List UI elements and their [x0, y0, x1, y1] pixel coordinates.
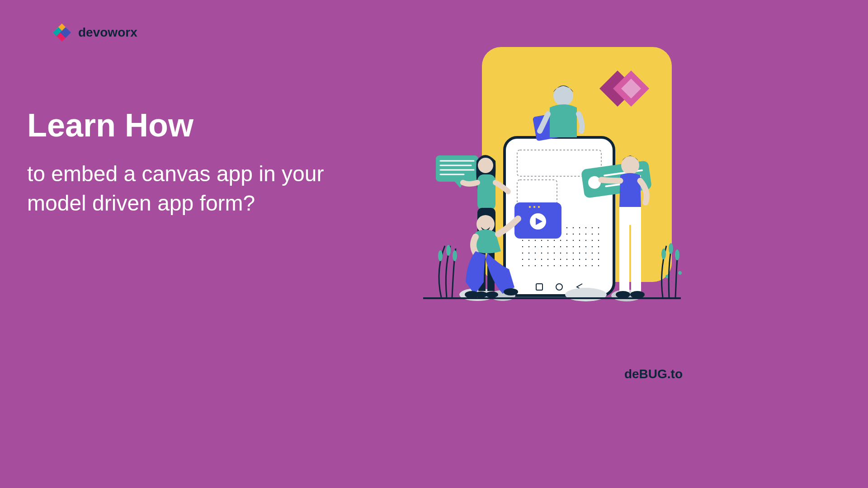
svg-point-139	[621, 156, 639, 174]
svg-point-54	[573, 246, 574, 247]
svg-point-129	[478, 158, 493, 173]
svg-point-42	[579, 240, 580, 241]
svg-point-83	[592, 259, 593, 260]
devoworx-logo-icon	[52, 23, 72, 42]
svg-point-32	[598, 234, 599, 235]
svg-point-19	[598, 227, 599, 228]
svg-point-68	[579, 253, 580, 253]
svg-point-14	[566, 227, 567, 228]
svg-point-143	[616, 291, 630, 298]
svg-point-72	[522, 259, 523, 260]
svg-point-101	[529, 206, 531, 208]
hero-illustration	[387, 47, 685, 309]
svg-point-102	[533, 206, 535, 208]
svg-point-51	[554, 246, 555, 247]
svg-point-135	[486, 291, 498, 298]
svg-point-53	[566, 246, 567, 247]
svg-point-66	[566, 253, 567, 253]
svg-point-97	[598, 265, 599, 266]
svg-point-115	[438, 250, 443, 261]
svg-point-84	[598, 259, 599, 260]
svg-point-63	[547, 253, 548, 253]
svg-rect-140	[619, 207, 641, 225]
svg-point-48	[535, 246, 536, 247]
svg-point-87	[535, 265, 536, 266]
svg-point-1	[678, 271, 682, 275]
svg-point-39	[560, 240, 561, 241]
svg-point-71	[598, 253, 599, 253]
svg-point-137	[465, 291, 479, 298]
svg-point-59	[522, 253, 523, 253]
svg-point-29	[579, 234, 580, 235]
svg-point-90	[554, 265, 555, 266]
svg-point-43	[585, 240, 586, 241]
svg-point-119	[669, 243, 673, 254]
svg-point-61	[535, 253, 536, 253]
svg-point-67	[573, 253, 574, 253]
svg-point-16	[579, 227, 580, 228]
svg-point-40	[566, 240, 567, 241]
svg-point-30	[585, 234, 586, 235]
heading-sub: to embed a canvas app in your model driv…	[27, 160, 380, 218]
svg-point-94	[579, 265, 580, 266]
svg-point-75	[541, 259, 542, 260]
svg-point-41	[573, 240, 574, 241]
svg-point-144	[630, 291, 645, 298]
svg-point-44	[592, 240, 593, 241]
svg-rect-130	[477, 174, 495, 211]
svg-point-36	[541, 240, 542, 241]
svg-point-31	[592, 234, 593, 235]
svg-point-86	[528, 265, 529, 266]
svg-point-17	[585, 227, 586, 228]
svg-point-57	[592, 246, 593, 247]
svg-point-77	[554, 259, 555, 260]
hero-heading: Learn How to embed a canvas app in your …	[27, 108, 380, 218]
svg-point-73	[528, 259, 529, 260]
svg-point-70	[592, 253, 593, 253]
svg-point-89	[547, 265, 548, 266]
svg-point-37	[547, 240, 548, 241]
svg-point-80	[573, 259, 574, 260]
svg-point-120	[675, 249, 679, 260]
svg-point-91	[560, 265, 561, 266]
svg-point-103	[538, 206, 540, 208]
heading-main: Learn How	[27, 108, 380, 143]
svg-point-82	[585, 259, 586, 260]
svg-point-117	[453, 250, 457, 261]
svg-point-33	[522, 240, 523, 241]
svg-rect-141	[619, 223, 629, 292]
svg-point-27	[566, 234, 567, 235]
svg-point-38	[554, 240, 555, 241]
svg-point-65	[560, 253, 561, 253]
svg-point-55	[579, 246, 580, 247]
svg-point-52	[560, 246, 561, 247]
svg-point-116	[446, 245, 451, 256]
brand-logo: devoworx	[52, 23, 137, 42]
svg-point-60	[528, 253, 529, 253]
svg-point-69	[585, 253, 586, 253]
svg-point-15	[573, 227, 574, 228]
svg-point-64	[554, 253, 555, 253]
svg-point-45	[598, 240, 599, 241]
svg-point-62	[541, 253, 542, 253]
svg-point-96	[592, 265, 593, 266]
svg-point-78	[560, 259, 561, 260]
svg-point-58	[598, 246, 599, 247]
svg-point-88	[541, 265, 542, 266]
svg-point-95	[585, 265, 586, 266]
svg-rect-142	[631, 223, 641, 292]
svg-point-34	[528, 240, 529, 241]
svg-point-123	[565, 288, 607, 301]
footer-brand: deBUG.to	[624, 367, 683, 381]
svg-point-49	[541, 246, 542, 247]
svg-rect-105	[436, 155, 478, 182]
svg-point-46	[522, 246, 523, 247]
svg-point-28	[573, 234, 574, 235]
svg-point-92	[566, 265, 567, 266]
svg-point-138	[504, 288, 518, 296]
svg-point-74	[535, 259, 536, 260]
svg-point-127	[553, 86, 573, 106]
svg-point-35	[535, 240, 536, 241]
svg-point-47	[528, 246, 529, 247]
brand-name: devoworx	[78, 25, 137, 40]
